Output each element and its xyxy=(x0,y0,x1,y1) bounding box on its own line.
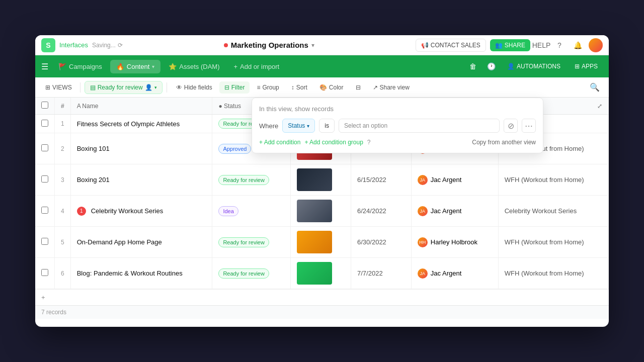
assignee-name: Jac Argent xyxy=(431,176,461,184)
row-checkbox[interactable] xyxy=(41,269,48,276)
color-icon: 🎨 xyxy=(319,84,327,91)
filter-condition-row: Where Status ▾ is Select an option ⊘ ⋯ xyxy=(259,119,536,133)
automations-button[interactable]: 👤 AUTOMATIONS xyxy=(502,60,566,72)
share-button[interactable]: 👥 SHARE xyxy=(490,39,530,51)
nav-tab-add-import[interactable]: + Add or import xyxy=(227,60,285,73)
table-row[interactable]: 6 Blog: Pandemic & Workout Routines Read… xyxy=(35,258,609,289)
history-icon[interactable]: 🕐 xyxy=(484,59,498,73)
nav-right: 🗑 🕐 👤 AUTOMATIONS ⊞ APPS xyxy=(466,59,603,73)
interfaces-link[interactable]: Interfaces xyxy=(59,41,88,49)
add-condition-button[interactable]: + Add condition xyxy=(259,139,300,146)
name-cell[interactable]: Boxing 101 xyxy=(70,133,212,164)
person-filter-icon: 👤 xyxy=(145,84,152,91)
megaphone-icon: 📢 xyxy=(421,42,429,49)
record-name: Boxing 201 xyxy=(77,176,110,184)
assignee-name: Jac Argent xyxy=(431,269,461,277)
assignee-avatar: HH xyxy=(418,237,428,247)
name-cell[interactable]: On-Demand App Home Page xyxy=(70,227,212,258)
table-row[interactable]: 4 1Celebrity Workout Series Idea 6/24/20… xyxy=(35,196,609,227)
nav-tab-campaigns[interactable]: 🚩 Campaigns xyxy=(52,60,108,73)
campaign-cell: WFH (Workout from Home) xyxy=(498,164,608,196)
saving-indicator: Saving... ⟳ xyxy=(92,42,123,49)
status-badge: Ready for review xyxy=(218,268,269,279)
contact-sales-button[interactable]: 📢 CONTACT SALES xyxy=(416,39,486,52)
record-name: Blog: Pandemic & Workout Routines xyxy=(77,269,183,277)
name-cell[interactable]: Fitness Secrets of Olympic Athletes xyxy=(70,115,212,133)
add-record-button[interactable]: + xyxy=(35,289,609,305)
help-button[interactable]: HELP xyxy=(534,38,548,52)
date-cell: 6/15/2022 xyxy=(351,164,412,196)
assets-icon: ⭐ xyxy=(169,63,177,70)
workspace-section: Marketing Operations ▾ xyxy=(127,41,412,49)
filter-more-button[interactable]: ⋯ xyxy=(522,119,536,133)
status-cell[interactable]: Ready for review xyxy=(212,258,291,289)
col-expand-icon[interactable]: ⤢ xyxy=(597,103,602,110)
apps-button[interactable]: ⊞ APPS xyxy=(570,60,603,72)
row-checkbox[interactable] xyxy=(41,207,48,214)
toolbar-separator-1 xyxy=(80,82,80,93)
row-checkbox-cell xyxy=(35,133,55,164)
row-height-icon: ⊟ xyxy=(356,84,361,91)
copy-from-view-button[interactable]: Copy from another view xyxy=(472,139,536,146)
table-icon: ▤ xyxy=(90,84,96,91)
search-button[interactable]: 🔍 xyxy=(587,79,603,96)
add-condition-group-button[interactable]: + Add condition group xyxy=(304,139,363,146)
row-checkbox-cell xyxy=(35,164,55,196)
row-number: 2 xyxy=(55,133,71,164)
app-window: S Interfaces Saving... ⟳ Marketing Opera… xyxy=(35,35,609,327)
filter-clear-button[interactable]: ⊘ xyxy=(504,119,518,133)
filter-button[interactable]: ⊟ Filter xyxy=(219,81,250,94)
name-cell[interactable]: Blog: Pandemic & Workout Routines xyxy=(70,258,212,289)
share-view-button[interactable]: ↗ Share view xyxy=(368,81,415,94)
record-name: Boxing 101 xyxy=(77,145,110,152)
hamburger-icon[interactable]: ☰ xyxy=(41,62,48,71)
assignee-name: Jac Argent xyxy=(431,207,461,215)
row-checkbox[interactable] xyxy=(41,144,48,151)
status-badge: Ready for review xyxy=(218,175,269,185)
filter-value-select[interactable]: Select an option xyxy=(339,119,500,133)
table-row[interactable]: 3 Boxing 201 Ready for review 6/15/2022 … xyxy=(35,164,609,196)
row-number: 6 xyxy=(55,258,71,289)
assignee-column: JA Jac Argent xyxy=(411,196,498,227)
assignee-avatar: JA xyxy=(418,268,428,279)
hide-fields-button[interactable]: 👁 Hide fields xyxy=(171,81,217,94)
row-checkbox[interactable] xyxy=(41,238,48,245)
nav-tab-content[interactable]: 🔥 Content ▾ xyxy=(110,60,161,73)
help-tooltip-button[interactable]: ? xyxy=(367,139,371,146)
group-icon: ≡ xyxy=(257,84,260,91)
name-cell[interactable]: 1Celebrity Workout Series xyxy=(70,196,212,227)
status-cell[interactable]: Ready for review xyxy=(212,227,291,258)
record-name: Fitness Secrets of Olympic Athletes xyxy=(77,120,180,128)
table-row[interactable]: 5 On-Demand App Home Page Ready for revi… xyxy=(35,227,609,258)
color-button[interactable]: 🎨 Color xyxy=(314,81,349,94)
help-question-icon[interactable]: ? xyxy=(552,38,567,52)
col-header-name[interactable]: A Name xyxy=(70,98,212,115)
trash-icon[interactable]: 🗑 xyxy=(466,59,480,73)
status-icon: ● xyxy=(218,103,222,110)
row-height-button[interactable]: ⊟ xyxy=(351,81,366,94)
assignee-column: JA Jac Argent xyxy=(411,164,498,196)
view-badge-ready-for-review[interactable]: ▤ Ready for review 👤 ▾ xyxy=(85,81,163,94)
text-icon: A xyxy=(77,103,80,110)
user-avatar[interactable] xyxy=(589,38,603,52)
row-checkbox[interactable] xyxy=(41,175,48,183)
status-cell[interactable]: Ready for review xyxy=(212,164,291,196)
toolbar-separator-2 xyxy=(167,82,167,93)
assignee-cell: HH Harley Holbrook xyxy=(418,237,492,247)
filter-operator-select[interactable]: is xyxy=(319,119,335,133)
group-button[interactable]: ≡ Group xyxy=(252,81,284,94)
status-cell[interactable]: Idea xyxy=(212,196,291,227)
sort-button[interactable]: ↕ Sort xyxy=(286,81,312,94)
filter-field-select[interactable]: Status ▾ xyxy=(282,119,315,133)
notifications-icon[interactable]: 🔔 xyxy=(571,38,585,52)
name-cell[interactable]: Boxing 201 xyxy=(70,164,212,196)
nav-tab-assets[interactable]: ⭐ Assets (DAM) xyxy=(163,60,225,73)
select-all-checkbox[interactable] xyxy=(41,102,48,109)
sort-icon: ↕ xyxy=(291,84,294,91)
filter-actions: + Add condition + Add condition group ? … xyxy=(259,139,536,146)
row-checkbox[interactable] xyxy=(41,120,48,127)
campaign-cell: Celebrity Workout Series xyxy=(498,196,608,227)
where-label: Where xyxy=(259,122,278,130)
hide-icon: 👁 xyxy=(176,84,182,91)
views-button[interactable]: ⊞ VIEWS xyxy=(41,81,76,94)
